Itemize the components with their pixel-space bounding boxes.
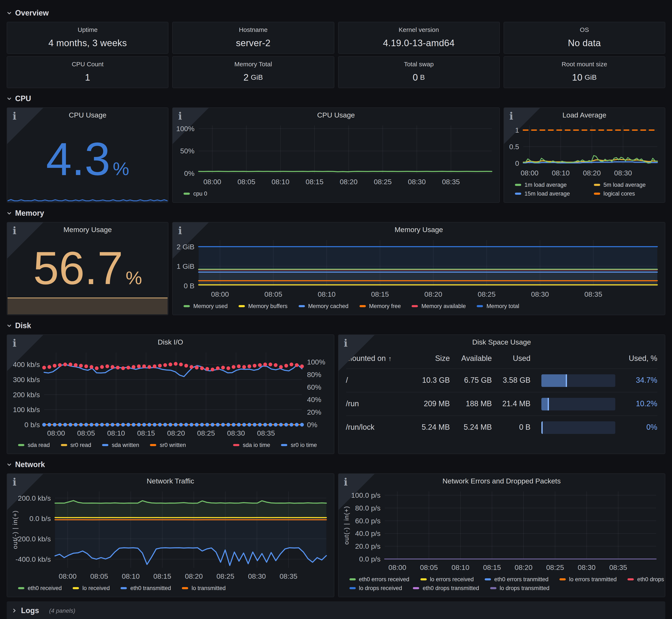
legend-swatch [18, 587, 24, 589]
legend-item[interactable]: cpu 0 [184, 191, 207, 197]
column-header-used[interactable]: Used [498, 354, 536, 363]
network-traffic-chart: 08:0008:0508:1008:1508:2008:2508:3008:35… [7, 487, 334, 583]
svg-text:08:00: 08:00 [521, 169, 539, 177]
panel-title[interactable]: CPU Usage [173, 108, 499, 121]
svg-text:1: 1 [515, 126, 519, 134]
info-icon[interactable]: i [344, 476, 348, 488]
svg-text:08:25: 08:25 [546, 563, 564, 571]
legend-item[interactable]: 5m load average [594, 182, 666, 188]
stat-value: 0B [413, 68, 425, 88]
cpu-panels-row: i CPU Usage 4.3% i CPU Usage 08:0008:050… [7, 108, 665, 203]
legend-item[interactable]: Memory cached [298, 303, 348, 309]
legend-item[interactable]: 15m load average [515, 191, 590, 197]
legend-swatch [412, 305, 418, 307]
legend-item[interactable]: Memory used [184, 303, 228, 309]
info-icon[interactable]: i [13, 110, 16, 122]
svg-text:08:20: 08:20 [583, 169, 601, 177]
legend-swatch [121, 587, 127, 589]
size-cell: 209 MB [419, 400, 456, 408]
legend-item[interactable]: sda io time [233, 442, 270, 448]
legend-item[interactable]: logical cores [594, 191, 666, 197]
panel-memory-usage-graph: i Memory Usage 08:0008:0508:1008:1508:20… [172, 222, 666, 315]
sort-ascending-icon: ↑ [388, 355, 392, 362]
column-header-available[interactable]: Available [456, 354, 498, 363]
section-header-logs[interactable]: Logs (4 panels) [7, 601, 665, 619]
mount-cell: /run/lock [346, 423, 419, 432]
legend-item[interactable]: 1m load average [515, 182, 590, 188]
legend-item[interactable]: eth0 drops received [627, 576, 665, 582]
legend-swatch [627, 578, 634, 580]
svg-text:-400.0 kb/s: -400.0 kb/s [15, 555, 51, 563]
legend-item[interactable]: lo received [73, 585, 110, 591]
stat-value: 2GiB [243, 68, 263, 88]
info-icon[interactable]: i [13, 476, 16, 488]
stat-title: Uptime [78, 26, 98, 33]
svg-text:08:15: 08:15 [371, 290, 389, 298]
legend-item[interactable]: Memory buffers [239, 303, 288, 309]
section-header-memory[interactable]: Memory [7, 207, 665, 219]
legend-swatch [515, 193, 521, 195]
legend-item[interactable]: lo errors tranmitted [559, 576, 617, 582]
legend-item[interactable]: eth0 transmitted [121, 585, 171, 591]
panel-title[interactable]: Disk Space Usage [338, 335, 665, 348]
legend-item[interactable]: sda read [18, 442, 50, 448]
legend-item[interactable]: Memory total [477, 303, 519, 309]
legend-item[interactable]: lo drops received [349, 585, 402, 591]
legend-item[interactable]: lo transmitted [182, 585, 226, 591]
stat-value: 4 months, 3 weeks [48, 33, 127, 53]
legend-item[interactable]: lo drops transmitted [490, 585, 549, 591]
info-icon[interactable]: i [13, 224, 16, 237]
legend-swatch [485, 578, 491, 580]
table-row: /run 209 MB 188 MB 21.4 MB 10.2% [346, 392, 657, 415]
info-icon[interactable]: i [178, 110, 182, 122]
svg-text:08:20: 08:20 [340, 178, 358, 186]
legend-item[interactable]: sr0 io time [281, 442, 317, 448]
svg-text:08:35: 08:35 [585, 290, 602, 298]
table-row: /run/lock 5.24 MB 5.24 MB 0 B 0% [346, 415, 657, 439]
panel-count-note: (4 panels) [49, 607, 75, 614]
section-header-disk[interactable]: Disk [7, 319, 665, 332]
memory-usage-chart: 08:0008:0508:1008:1508:2008:2508:3008:35… [173, 236, 665, 301]
panel-title[interactable]: Disk I/O [7, 335, 334, 348]
section-header-cpu[interactable]: CPU [7, 92, 665, 105]
svg-text:08:05: 08:05 [90, 572, 108, 580]
chevron-down-icon [7, 211, 12, 216]
panel-title[interactable]: Network Traffic [7, 474, 334, 487]
legend-item[interactable]: sr0 written [150, 442, 186, 448]
column-header-used-pct[interactable]: Used, % [619, 354, 657, 363]
legend-swatch [298, 305, 305, 307]
section-header-overview[interactable]: Overview [7, 7, 665, 19]
legend-item[interactable]: lo errors received [420, 576, 474, 582]
section-header-network[interactable]: Network [7, 458, 665, 471]
legend-item[interactable]: eth0 errors tranmitted [485, 576, 549, 582]
info-icon[interactable]: i [178, 224, 182, 237]
legend-item[interactable]: eth0 received [18, 585, 62, 591]
chart-legend: sda readsr0 readsda writtensr0 writtensd… [7, 440, 334, 454]
legend-swatch [559, 578, 566, 580]
legend-swatch [239, 305, 245, 307]
panel-title[interactable]: Memory Usage [173, 222, 665, 236]
legend-swatch [477, 305, 483, 307]
legend-item[interactable]: sda written [102, 442, 139, 448]
svg-text:0.5: 0.5 [509, 143, 519, 151]
svg-text:0.0 b/s: 0.0 b/s [29, 514, 51, 523]
column-header-size[interactable]: Size [419, 354, 456, 363]
info-icon[interactable]: i [13, 337, 16, 349]
info-icon[interactable]: i [344, 337, 348, 349]
svg-text:08:25: 08:25 [217, 572, 234, 580]
legend-item[interactable]: Memory free [359, 303, 401, 309]
panel-title[interactable]: Network Errors and Dropped Packets [338, 474, 665, 487]
svg-text:20.0 p/s: 20.0 p/s [355, 542, 380, 550]
usage-bar-gauge [536, 421, 619, 434]
legend-item[interactable]: eth0 errors received [349, 576, 409, 582]
stat-value: 1 [85, 68, 90, 88]
svg-text:08:20: 08:20 [167, 429, 185, 437]
legend-item[interactable]: sr0 read [61, 442, 91, 448]
svg-text:2 GiB: 2 GiB [177, 243, 194, 251]
chevron-down-icon [7, 462, 12, 467]
info-icon[interactable]: i [509, 110, 513, 122]
svg-text:08:05: 08:05 [264, 290, 282, 298]
legend-item[interactable]: eth0 drops transmitted [413, 585, 479, 591]
legend-item[interactable]: Memory available [412, 303, 466, 309]
used-cell: 0 B [498, 423, 536, 432]
